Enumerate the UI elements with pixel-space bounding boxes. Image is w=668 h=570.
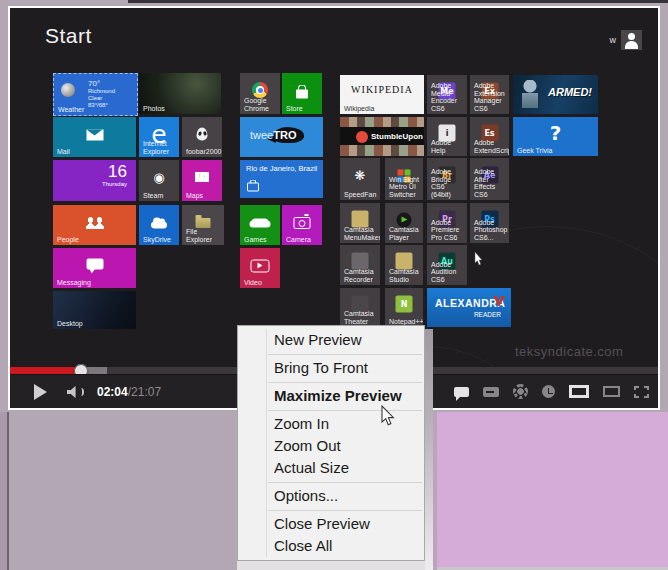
tile-mail[interactable]: Mail	[53, 117, 136, 157]
tile-camtasia-player[interactable]: Camtasia Player	[385, 203, 423, 243]
tile-steam[interactable]: ◉Steam	[139, 160, 179, 201]
menu-item-options[interactable]: Options...	[238, 485, 424, 507]
tile-tweetro[interactable]: tweeTRO	[240, 117, 323, 157]
tile-store[interactable]: Store	[282, 73, 322, 114]
menu-item-maximize-preview[interactable]: Maximize Preview	[238, 385, 424, 407]
tile-adobe-after-effects[interactable]: AeAdobe After Effects CS6	[470, 158, 509, 200]
tile-photos[interactable]: Photos	[139, 73, 221, 114]
tile-camtasia-theater[interactable]: Camtasia Theater	[340, 288, 380, 327]
tile-label: Adobe ExtendScript...	[474, 139, 506, 154]
tile-label: Adobe Premiere Pro CS6	[431, 219, 464, 242]
tile-foobar2000[interactable]: foobar2000	[182, 117, 222, 157]
tile-adobe-extendscript[interactable]: EsAdobe ExtendScript...	[470, 117, 509, 156]
tile-camera[interactable]: Camera	[282, 205, 322, 245]
volume-icon	[67, 386, 84, 398]
tile-google-chrome[interactable]: Google Chrome	[240, 73, 280, 114]
tile-calendar[interactable]: 16Thursday	[53, 160, 136, 201]
progress-played	[10, 367, 79, 374]
context-menu: New PreviewBring To FrontMaximize Previe…	[237, 325, 425, 561]
tile-label: Games	[244, 236, 277, 244]
tile-geek-trivia[interactable]: ?Geek Trivia	[513, 117, 598, 156]
window-left-edge	[0, 412, 7, 570]
tile-label: Adobe Media Encoder CS6	[431, 82, 464, 112]
tile-camtasia-recorder[interactable]: Camtasia Recorder	[340, 245, 380, 285]
tile-label: Camtasia Theater	[344, 310, 377, 325]
tile-label: People	[57, 236, 133, 244]
theater-mode-icon[interactable]	[569, 385, 589, 398]
chrome-logo-icon	[252, 82, 268, 98]
tile-messaging[interactable]: :-)Messaging	[53, 248, 136, 288]
tile-people[interactable]: People	[53, 205, 136, 245]
tile-label: Weather	[58, 106, 134, 114]
chat-bubble-icon: :-)	[86, 259, 103, 270]
tile-label: Desktop	[57, 320, 133, 328]
tile-speedfan[interactable]: ❋SpeedFan	[340, 158, 380, 200]
tile-label: Adobe Photoshop CS6...	[474, 219, 506, 242]
tile-file-explorer[interactable]: File Explorer	[182, 205, 224, 245]
tile-adobe-bridge[interactable]: BrAdobe Bridge CS6 (64bit)	[427, 158, 467, 200]
tile-adobe-help[interactable]: iAdobe Help	[427, 117, 467, 156]
volume-button[interactable]	[67, 386, 84, 398]
user-account[interactable]: w	[610, 29, 643, 51]
steam-icon: ◉	[153, 170, 164, 185]
user-avatar-icon	[621, 30, 642, 50]
tile-label: Camtasia Player	[389, 226, 420, 241]
tile-wikipedia[interactable]: WIKIPEDIAWikipedia	[340, 75, 424, 114]
play-button[interactable]	[34, 384, 47, 400]
tile-win-eight-switcher[interactable]: Win Eight Metro UI Switcher	[385, 158, 423, 200]
tile-label: Wikipedia	[344, 105, 421, 113]
tile-camtasia-menumaker[interactable]: Camtasia MenuMaker	[340, 203, 380, 243]
background-window-strip	[128, 0, 668, 3]
tile-label: Store	[286, 105, 319, 113]
tile-adobe-audition[interactable]: AuAdobe Audition CS6	[427, 245, 467, 285]
tile-label: Geek Trivia	[517, 147, 595, 155]
menu-item-close-preview[interactable]: Close Preview	[238, 513, 424, 535]
tile-weather[interactable]: 70°RichmondClear83°/68°Weather	[53, 73, 138, 116]
fullscreen-icon[interactable]	[634, 386, 649, 398]
tile-maps[interactable]: Maps	[182, 160, 222, 201]
tile-stumbleupon[interactable]: StumbleUpon	[340, 117, 424, 156]
captions-icon[interactable]	[483, 387, 499, 397]
menu-item-close-all[interactable]: Close All	[238, 535, 424, 557]
progress-buffered	[87, 367, 107, 374]
tile-label: File Explorer	[186, 228, 221, 243]
tile-skydrive[interactable]: SkyDrive	[139, 205, 179, 245]
comments-icon[interactable]	[454, 387, 469, 397]
notepad-icon: N	[396, 295, 413, 312]
start-screen-title: Start	[45, 24, 92, 48]
tile-armed-game[interactable]: ARMED!	[513, 75, 598, 114]
play-icon	[34, 384, 47, 400]
tile-internet-explorer[interactable]: eInternet Explorer	[139, 117, 179, 157]
tile-text: ALEXANDRAREADER	[435, 297, 501, 318]
player-size-icon[interactable]	[603, 386, 620, 397]
tile-label: Camtasia MenuMaker	[344, 226, 377, 241]
tile-adobe-photoshop[interactable]: PsAdobe Photoshop CS6...	[470, 203, 509, 243]
tile-alexandra-reader[interactable]: ALEXANDRAREADER	[427, 288, 511, 327]
tile-camtasia-studio[interactable]: Camtasia Studio	[385, 245, 423, 285]
tile-travel-rio[interactable]: Rio de Janeiro, Brazil	[240, 160, 323, 198]
menu-item-zoom-in[interactable]: Zoom In	[238, 413, 424, 435]
tile-adobe-media-encoder[interactable]: MeAdobe Media Encoder CS6	[427, 75, 467, 114]
tile-label: SpeedFan	[344, 191, 377, 199]
tile-label: Camtasia Studio	[389, 268, 420, 283]
watch-later-clock-icon[interactable]	[542, 385, 555, 398]
menu-shadow-bottom	[237, 561, 425, 570]
menu-item-zoom-out[interactable]: Zoom Out	[238, 435, 424, 457]
menu-item-bring-to-front[interactable]: Bring To Front	[238, 357, 424, 379]
tile-video[interactable]: Video	[240, 248, 280, 288]
cloud-icon	[151, 222, 167, 229]
tile-games[interactable]: Games	[240, 205, 280, 245]
time-display: 02:04 / 21:07	[97, 385, 161, 399]
menu-item-new-preview[interactable]: New Preview	[238, 329, 424, 351]
tile-notepad-plus-plus[interactable]: NNotepad++	[385, 288, 423, 327]
tile-adobe-premiere[interactable]: PrAdobe Premiere Pro CS6	[427, 203, 467, 243]
camera-icon	[294, 217, 311, 229]
tile-desktop[interactable]: Desktop	[53, 291, 136, 329]
settings-gear-icon[interactable]	[513, 384, 528, 399]
tile-text: StumbleUpon	[371, 132, 423, 141]
tile-adobe-extension-manager[interactable]: ExAdobe Extension Manager CS6	[470, 75, 509, 114]
tile-label: Maps	[186, 192, 219, 200]
suitcase-icon	[247, 183, 259, 192]
menu-item-actual-size[interactable]: Actual Size	[238, 457, 424, 479]
tile-text: 70°RichmondClear83°/68°	[88, 79, 115, 109]
